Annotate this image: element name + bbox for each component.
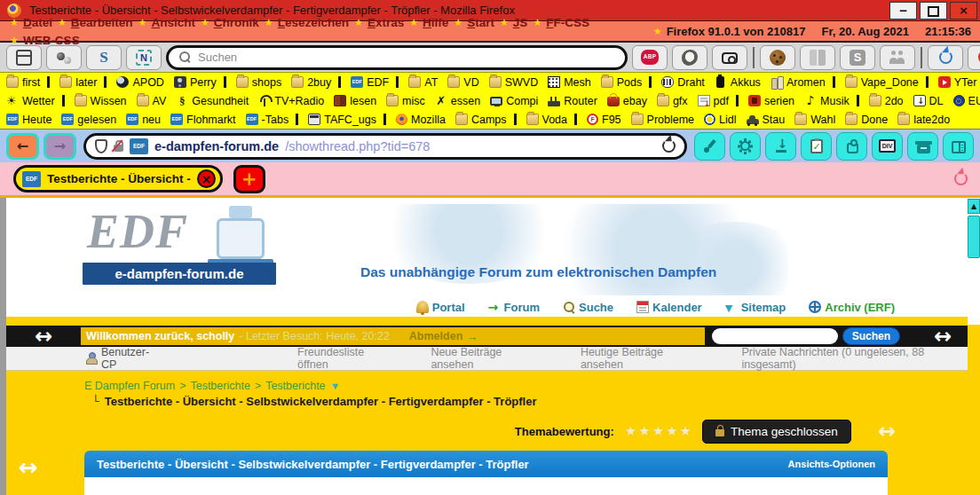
bookmark-item[interactable]: gfx xyxy=(657,95,688,107)
breadcrumb-dropdown-icon[interactable]: ▼ xyxy=(330,381,340,391)
clipboard-button[interactable] xyxy=(801,132,832,161)
bookmark-item[interactable]: -Tabs xyxy=(246,114,299,126)
bookmark-item[interactable]: Perry xyxy=(174,76,226,89)
menu-item[interactable]: ★Hilfe xyxy=(405,13,448,31)
menu-item[interactable]: ★Datei xyxy=(5,13,52,31)
rating-star-icon[interactable]: ★ xyxy=(652,423,664,439)
bookmark-item[interactable]: Musik xyxy=(804,95,859,107)
bookmark-item[interactable]: serien xyxy=(748,95,794,107)
bookmark-item[interactable]: first xyxy=(6,76,50,89)
bookmark-item[interactable]: YTer xyxy=(938,76,980,89)
rating-star-icon[interactable]: ★ xyxy=(625,423,636,439)
power-button[interactable] xyxy=(968,45,980,70)
cookie-manager-button[interactable] xyxy=(760,45,795,70)
bookmark-item[interactable]: Wetter xyxy=(6,95,65,107)
bookmark-item[interactable]: Flohmarkt xyxy=(170,114,236,126)
menu-item[interactable]: ★FF-CSS xyxy=(528,13,589,31)
scrollbar[interactable]: ▲ xyxy=(968,198,980,495)
bookmark-item[interactable]: F95 xyxy=(587,114,621,126)
bookmark-item[interactable]: pdf xyxy=(698,95,739,107)
bookmark-item[interactable]: misc xyxy=(386,95,425,107)
tab-close-button[interactable]: × xyxy=(197,169,216,188)
forward-button[interactable] xyxy=(43,133,76,160)
sync-button[interactable] xyxy=(928,45,963,70)
addons-button[interactable] xyxy=(836,132,867,161)
menu-item[interactable]: ★Ansicht xyxy=(134,13,195,31)
bookmark-item[interactable]: AT xyxy=(408,76,438,89)
bookmark-item[interactable]: Voda xyxy=(526,114,578,126)
usercp-link[interactable]: Benutzer-CP xyxy=(86,346,164,371)
back-button[interactable] xyxy=(6,133,39,160)
thread-closed-button[interactable]: Thema geschlossen xyxy=(702,420,851,444)
accounts-button[interactable] xyxy=(880,45,915,70)
scrollbar-thumb[interactable] xyxy=(968,216,980,258)
containers-button[interactable] xyxy=(46,45,82,70)
reload-button[interactable] xyxy=(662,139,676,153)
menu-item[interactable]: ★Bearbeiten xyxy=(53,13,133,31)
forum-nav-link[interactable]: Forum xyxy=(488,301,540,314)
bookmark-item[interactable]: Heute xyxy=(6,114,51,126)
session-button[interactable]: S xyxy=(86,45,122,70)
bookmark-item[interactable]: VD xyxy=(447,76,478,89)
forum-banner[interactable]: EDF e-dampfen-forum.de Das unabhängige F… xyxy=(78,204,788,295)
forum-nav-link[interactable]: Suche xyxy=(563,301,613,314)
userbar-link[interactable]: Heutige Beiträge ansehen xyxy=(581,346,708,371)
bookmark-item[interactable]: Mesh xyxy=(548,76,591,89)
close-button[interactable]: × xyxy=(950,2,977,20)
forum-nav-link[interactable]: Portal xyxy=(416,301,465,314)
bookmark-item[interactable]: Router xyxy=(548,95,597,107)
bookmark-item[interactable]: APOD xyxy=(116,76,163,89)
menu-item[interactable]: ★Lesezeichen xyxy=(260,13,349,31)
bookmark-item[interactable]: Compi xyxy=(490,95,538,107)
bookmark-item[interactable]: AV xyxy=(137,95,167,107)
maximize-button[interactable] xyxy=(920,2,947,20)
rating-star-icon[interactable]: ★ xyxy=(680,423,692,439)
insecure-lock-icon[interactable] xyxy=(114,145,123,152)
bookmark-item[interactable]: Done xyxy=(845,114,888,126)
bookmark-item[interactable]: DL xyxy=(913,95,944,107)
forum-nav-link[interactable]: Archiv (ERF) xyxy=(809,301,895,314)
forum-nav-link[interactable]: Kalender xyxy=(636,301,702,314)
minimize-button[interactable]: ‒ xyxy=(889,2,917,20)
bookmark-item[interactable]: Lidl xyxy=(704,114,736,126)
tab-reload-button[interactable] xyxy=(954,172,968,185)
view-options-link[interactable]: Ansichts-Optionen xyxy=(788,459,875,469)
bookmark-item[interactable]: 2do xyxy=(869,95,904,107)
breadcrumb-item[interactable]: > xyxy=(179,380,186,392)
bookmark-item[interactable]: Pods xyxy=(601,76,652,89)
active-tab[interactable]: EDF Testberichte - Übersicht - × xyxy=(13,165,223,192)
bookmark-item[interactable]: EU xyxy=(953,95,980,107)
logout-link[interactable]: Abmelden xyxy=(409,330,462,342)
sidebar-button[interactable] xyxy=(943,132,974,161)
search-input[interactable] xyxy=(198,51,614,64)
bookmark-item[interactable]: TV+Radio xyxy=(258,95,324,107)
breadcrumb-item[interactable]: Testberichte xyxy=(190,380,249,392)
bookmark-item[interactable]: Aromen xyxy=(771,76,835,89)
bookmark-item[interactable]: shops xyxy=(236,76,281,89)
bookmark-item[interactable]: TAFC_ugs xyxy=(308,114,386,126)
bookmark-item[interactable]: Akkus xyxy=(715,76,761,89)
screenshot-button[interactable] xyxy=(712,45,747,70)
bookmark-item[interactable]: ebay xyxy=(607,95,647,107)
bookmark-item[interactable]: later xyxy=(59,76,107,89)
menu-item[interactable]: ★Chronik xyxy=(196,13,259,31)
notes-button[interactable]: N xyxy=(126,45,162,70)
url-bar[interactable]: EDF e-dampfen-forum.de/showthread.php?ti… xyxy=(83,133,687,160)
userbar-link[interactable]: Private Nachrichten (0 ungelesen, 88 ins… xyxy=(741,346,980,371)
forum-search-input[interactable] xyxy=(712,328,838,344)
bookmark-item[interactable]: late2do xyxy=(897,114,950,126)
bookmark-item[interactable]: 2buy xyxy=(291,76,341,89)
settings-button[interactable] xyxy=(730,132,761,161)
bookmark-item[interactable]: essen xyxy=(435,95,480,107)
bookmark-item[interactable]: EDF xyxy=(351,76,399,89)
rating-star-icon[interactable]: ★ xyxy=(666,423,677,439)
bookmark-item[interactable]: SWVD xyxy=(489,76,539,89)
bookmark-item[interactable]: Wahl xyxy=(794,114,835,126)
breadcrumb-item[interactable]: > xyxy=(255,380,261,392)
downloads-button[interactable] xyxy=(765,132,796,161)
bookmark-item[interactable]: Gesundheit xyxy=(176,95,249,107)
adblock-button[interactable]: ABP xyxy=(632,45,668,70)
bookmark-item[interactable]: Stau xyxy=(747,114,786,126)
forum-nav-link[interactable]: Sitemap xyxy=(725,301,786,314)
bookmark-item[interactable]: neu xyxy=(126,114,161,126)
